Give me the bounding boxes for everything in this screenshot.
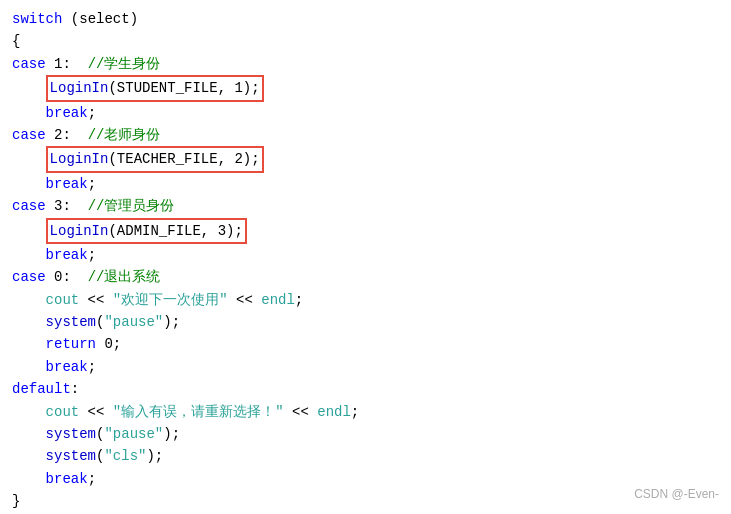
keyword-case2: case bbox=[12, 124, 46, 146]
code-line-3: case 1: //学生身份 bbox=[12, 53, 719, 75]
text: ; bbox=[88, 102, 96, 124]
code-container: switch (select) { case 1: //学生身份 LoginIn… bbox=[0, 0, 731, 514]
code-line-13: cout << "欢迎下一次使用" << endl; bbox=[12, 289, 719, 311]
func-loginin-3: LoginIn bbox=[50, 223, 109, 239]
indent-20 bbox=[12, 445, 46, 467]
code-line-19: system("pause"); bbox=[12, 423, 719, 445]
indent-4 bbox=[12, 77, 46, 99]
text: 3: bbox=[46, 195, 88, 217]
text: (ADMIN_FILE, 3); bbox=[108, 223, 242, 239]
endl-2: endl bbox=[317, 401, 351, 423]
watermark: CSDN @-Even- bbox=[634, 485, 719, 504]
keyword-switch: switch bbox=[12, 8, 62, 30]
string-cls: "cls" bbox=[104, 445, 146, 467]
indent-7 bbox=[12, 148, 46, 170]
indent-15 bbox=[12, 333, 46, 355]
code-line-22: } bbox=[12, 490, 719, 512]
keyword-break-3: break bbox=[46, 244, 88, 266]
text: ; bbox=[88, 468, 96, 490]
brace-close: } bbox=[12, 490, 20, 512]
highlighted-loginin-student: LoginIn(STUDENT_FILE, 1); bbox=[46, 75, 264, 101]
code-line-2: { bbox=[12, 30, 719, 52]
text: (STUDENT_FILE, 1); bbox=[108, 80, 259, 96]
keyword-case3: case bbox=[12, 195, 46, 217]
text: 0: bbox=[46, 266, 88, 288]
text: ; bbox=[351, 401, 359, 423]
indent-13 bbox=[12, 289, 46, 311]
text: (TEACHER_FILE, 2); bbox=[108, 151, 259, 167]
string-pause-1: "pause" bbox=[104, 311, 163, 333]
indent-21 bbox=[12, 468, 46, 490]
keyword-break-1: break bbox=[46, 102, 88, 124]
string-2: "输入有误，请重新选择！" bbox=[113, 401, 284, 423]
cout-2: cout bbox=[46, 401, 80, 423]
code-line-7: LoginIn(TEACHER_FILE, 2); bbox=[12, 146, 719, 172]
text: ; bbox=[88, 173, 96, 195]
code-line-10: LoginIn(ADMIN_FILE, 3); bbox=[12, 218, 719, 244]
indent-5 bbox=[12, 102, 46, 124]
text: ; bbox=[295, 289, 303, 311]
comment-1: //学生身份 bbox=[88, 53, 161, 75]
text: << bbox=[228, 289, 262, 311]
keyword-break-4: break bbox=[46, 356, 88, 378]
text: ); bbox=[163, 423, 180, 445]
code-line-8: break; bbox=[12, 173, 719, 195]
comment-3: //管理员身份 bbox=[88, 195, 175, 217]
keyword-case0: case bbox=[12, 266, 46, 288]
indent-10 bbox=[12, 220, 46, 242]
text: ( bbox=[96, 311, 104, 333]
indent-11 bbox=[12, 244, 46, 266]
text: ( bbox=[96, 445, 104, 467]
code-line-12: case 0: //退出系统 bbox=[12, 266, 719, 288]
text: << bbox=[79, 401, 113, 423]
indent-8 bbox=[12, 173, 46, 195]
string-1: "欢迎下一次使用" bbox=[113, 289, 228, 311]
code-line-9: case 3: //管理员身份 bbox=[12, 195, 719, 217]
keyword-case1: case bbox=[12, 53, 46, 75]
indent-14 bbox=[12, 311, 46, 333]
text: 1: bbox=[46, 53, 88, 75]
comment-4: //退出系统 bbox=[88, 266, 161, 288]
func-system-1: system bbox=[46, 311, 96, 333]
indent-19 bbox=[12, 423, 46, 445]
code-line-5: break; bbox=[12, 102, 719, 124]
highlighted-loginin-teacher: LoginIn(TEACHER_FILE, 2); bbox=[46, 146, 264, 172]
highlighted-loginin-admin: LoginIn(ADMIN_FILE, 3); bbox=[46, 218, 247, 244]
text: 2: bbox=[46, 124, 88, 146]
func-loginin-2: LoginIn bbox=[50, 151, 109, 167]
text: ; bbox=[88, 244, 96, 266]
code-line-14: system("pause"); bbox=[12, 311, 719, 333]
text: << bbox=[284, 401, 318, 423]
text: << bbox=[79, 289, 113, 311]
indent-18 bbox=[12, 401, 46, 423]
cout-1: cout bbox=[46, 289, 80, 311]
code-line-4: LoginIn(STUDENT_FILE, 1); bbox=[12, 75, 719, 101]
code-line-18: cout << "输入有误，请重新选择！" << endl; bbox=[12, 401, 719, 423]
keyword-break-2: break bbox=[46, 173, 88, 195]
code-line-21: break; bbox=[12, 468, 719, 490]
code-line-1: switch (select) bbox=[12, 8, 719, 30]
text: 0; bbox=[96, 333, 121, 355]
string-pause-2: "pause" bbox=[104, 423, 163, 445]
text: ( bbox=[96, 423, 104, 445]
keyword-default: default bbox=[12, 378, 71, 400]
indent-16 bbox=[12, 356, 46, 378]
code-line-15: return 0; bbox=[12, 333, 719, 355]
keyword-break-5: break bbox=[46, 468, 88, 490]
code-line-6: case 2: //老师身份 bbox=[12, 124, 719, 146]
comment-2: //老师身份 bbox=[88, 124, 161, 146]
func-system-2: system bbox=[46, 423, 96, 445]
endl-1: endl bbox=[261, 289, 295, 311]
code-line-11: break; bbox=[12, 244, 719, 266]
text: : bbox=[71, 378, 79, 400]
code-line-20: system("cls"); bbox=[12, 445, 719, 467]
text: ; bbox=[88, 356, 96, 378]
func-loginin: LoginIn bbox=[50, 80, 109, 96]
func-system-3: system bbox=[46, 445, 96, 467]
text: (select) bbox=[62, 8, 138, 30]
code-line-17: default: bbox=[12, 378, 719, 400]
text: ); bbox=[146, 445, 163, 467]
code-line-16: break; bbox=[12, 356, 719, 378]
keyword-return: return bbox=[46, 333, 96, 355]
text: ); bbox=[163, 311, 180, 333]
